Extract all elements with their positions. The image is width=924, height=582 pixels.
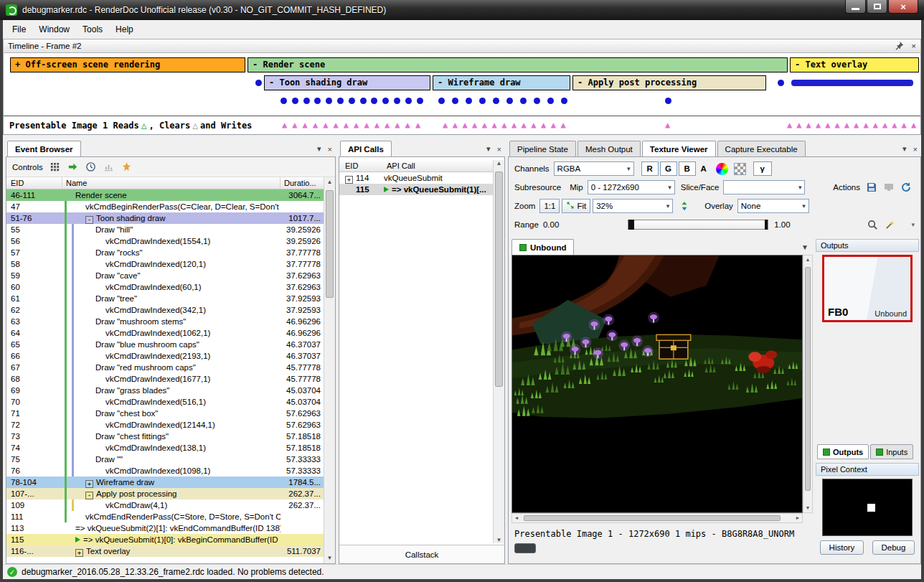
- scroll-down-icon[interactable]: ▼: [494, 537, 504, 543]
- api-calls-scrollbar[interactable]: ▲ ▼: [493, 160, 504, 543]
- pin-icon[interactable]: [895, 41, 904, 52]
- tab-mesh-output[interactable]: Mesh Output: [578, 141, 641, 156]
- minimize-button[interactable]: [845, 0, 866, 14]
- column-name[interactable]: Name: [62, 177, 280, 189]
- event-browser-scrollbar[interactable]: ▲ ▼: [324, 177, 335, 563]
- save-icon[interactable]: [864, 180, 879, 194]
- write-marker-icon[interactable]: ▲: [531, 119, 536, 131]
- event-row[interactable]: 62vkCmdDrawIndexed(342,1)37.92593: [6, 304, 324, 316]
- scroll-thumb[interactable]: [524, 515, 781, 521]
- write-marker-icon[interactable]: ▲: [303, 119, 308, 131]
- wand-icon[interactable]: [882, 217, 897, 232]
- write-marker-icon[interactable]: ▲: [911, 119, 916, 131]
- draw-marker-dot[interactable]: [405, 98, 412, 104]
- write-marker-icon[interactable]: ▲: [364, 119, 369, 131]
- draw-marker-dot[interactable]: [360, 98, 367, 104]
- write-marker-icon[interactable]: ▲: [482, 119, 487, 131]
- draw-marker-dot[interactable]: [547, 98, 554, 104]
- channel-b-button[interactable]: B: [679, 161, 696, 176]
- write-marker-icon[interactable]: ▲: [462, 119, 467, 131]
- draw-marker-dot[interactable]: [394, 98, 400, 104]
- timeline-header[interactable]: Timeline - Frame #2 ×: [3, 39, 921, 53]
- event-row[interactable]: 78-104+Wireframe draw1784.5...: [6, 477, 324, 488]
- event-row[interactable]: 76vkCmdDrawIndexed(1098,1)57.33333: [6, 465, 324, 477]
- color-wheel-icon[interactable]: [716, 163, 728, 175]
- timeline-text-overlay-track[interactable]: [791, 80, 913, 86]
- event-row[interactable]: 115=> vkQueueSubmit(1)[0]: vkBeginComman…: [6, 534, 324, 545]
- channel-a-button[interactable]: A: [697, 164, 710, 173]
- write-marker-icon[interactable]: ▲: [415, 119, 420, 131]
- tab-api-calls[interactable]: API Calls: [340, 141, 392, 156]
- event-row[interactable]: 73Draw "chest fittings"57.18518: [6, 431, 324, 442]
- event-table-header[interactable]: EID Name Duratio...: [6, 177, 324, 189]
- write-marker-icon[interactable]: ▲: [873, 119, 878, 131]
- timeline-close-icon[interactable]: ×: [911, 42, 916, 50]
- texture-hscrollbar[interactable]: ◄ ►: [512, 513, 803, 523]
- stats-chart-icon[interactable]: [103, 161, 115, 173]
- scroll-thumb[interactable]: [495, 172, 503, 387]
- slice-face-select[interactable]: ▾: [723, 180, 805, 194]
- event-row[interactable]: 59Draw "cave"37.62963: [6, 270, 324, 281]
- write-marker-icon[interactable]: ▲: [453, 119, 458, 131]
- scroll-down-icon[interactable]: ▼: [324, 553, 335, 563]
- event-row[interactable]: 116-...+Text overlay511.7037: [6, 545, 324, 557]
- timeline-bar-text-overlay[interactable]: - Text overlay: [790, 57, 919, 72]
- alpha-checker-icon[interactable]: [734, 163, 746, 175]
- draw-marker-dot[interactable]: [326, 98, 332, 104]
- scroll-up-icon[interactable]: ▲: [803, 255, 812, 264]
- write-marker-icon[interactable]: ▲: [354, 119, 359, 131]
- flip-y-icon[interactable]: [677, 199, 692, 213]
- draw-marker-dot[interactable]: [452, 98, 458, 104]
- scroll-right-icon[interactable]: ►: [793, 514, 802, 522]
- write-marker-icon[interactable]: ▲: [282, 119, 287, 131]
- write-marker-icon[interactable]: ▲: [863, 119, 868, 131]
- expander-icon[interactable]: +: [85, 480, 93, 488]
- write-marker-icon[interactable]: ▲: [472, 119, 477, 131]
- write-marker-icon[interactable]: ▲: [313, 119, 318, 131]
- api-table-header[interactable]: EID API Call: [339, 160, 493, 172]
- channel-r-button[interactable]: R: [641, 161, 659, 176]
- channels-select[interactable]: RGBA ▾: [554, 161, 634, 176]
- event-row[interactable]: 75Draw ""57.33333: [6, 454, 324, 465]
- write-marker-icon[interactable]: ▲: [902, 119, 907, 131]
- event-row[interactable]: 74vkCmdDrawIndexed(138,1)57.18518: [6, 442, 324, 454]
- draw-marker-dot[interactable]: [349, 98, 355, 104]
- texture-viewer-close-icon[interactable]: ×: [913, 145, 918, 154]
- draw-marker-dot[interactable]: [479, 98, 486, 104]
- column-eid[interactable]: EID: [6, 177, 62, 189]
- time-clock-icon[interactable]: [85, 161, 97, 173]
- mip-select[interactable]: 0 - 1272x690 ▾: [588, 180, 675, 194]
- event-row[interactable]: 66vkCmdDrawIndexed(2193,1)46.37037: [6, 350, 324, 362]
- scroll-up-icon[interactable]: ▲: [494, 160, 504, 166]
- scroll-up-icon[interactable]: ▲: [324, 177, 335, 187]
- event-row[interactable]: 109vkCmdDraw(4,1)262.37...: [6, 499, 324, 511]
- event-row[interactable]: 57Draw "rocks"37.77778: [6, 247, 324, 258]
- pixel-context-view[interactable]: [822, 479, 913, 536]
- event-row[interactable]: 71Draw "chest box"57.62963: [6, 408, 324, 419]
- event-browser-close-icon[interactable]: ×: [328, 145, 332, 154]
- write-marker-icon[interactable]: ▲: [334, 119, 339, 131]
- write-marker-icon[interactable]: ▲: [541, 119, 546, 131]
- event-row[interactable]: 56vkCmdDrawIndexed(1554,1)39.25926: [6, 235, 324, 247]
- write-marker-icon[interactable]: ▲: [796, 119, 801, 131]
- draw-marker-dot[interactable]: [255, 80, 262, 86]
- draw-marker-dot[interactable]: [280, 98, 287, 104]
- expander-icon[interactable]: +: [345, 176, 353, 184]
- api-calls-close-icon[interactable]: ×: [497, 145, 501, 154]
- write-marker-icon[interactable]: ▲: [551, 119, 556, 131]
- draw-marker-dot[interactable]: [337, 98, 344, 104]
- display-icon[interactable]: [882, 180, 896, 194]
- tab-pipeline-state[interactable]: Pipeline State: [509, 141, 576, 156]
- tab-texture-viewer[interactable]: Texture Viewer: [642, 141, 716, 156]
- goto-arrow-icon[interactable]: [67, 161, 79, 173]
- event-row[interactable]: 70vkCmdDrawIndexed(516,1)45.03704: [6, 396, 324, 408]
- range-min-handle[interactable]: [628, 220, 634, 230]
- write-marker-icon[interactable]: ▲: [522, 119, 527, 131]
- event-row[interactable]: 51-76-Toon shading draw1017.7...: [6, 212, 324, 224]
- event-row[interactable]: 60vkCmdDrawIndexed(60,1)37.62963: [6, 281, 324, 293]
- write-marker-icon[interactable]: ▲: [835, 119, 840, 131]
- write-marker-icon[interactable]: ▲: [374, 119, 380, 131]
- maximize-button[interactable]: [867, 0, 887, 14]
- zoom-1to1-button[interactable]: 1:1: [539, 199, 560, 213]
- event-row[interactable]: 113=> vkQueueSubmit(2)[1]: vkEndCommandB…: [6, 522, 324, 534]
